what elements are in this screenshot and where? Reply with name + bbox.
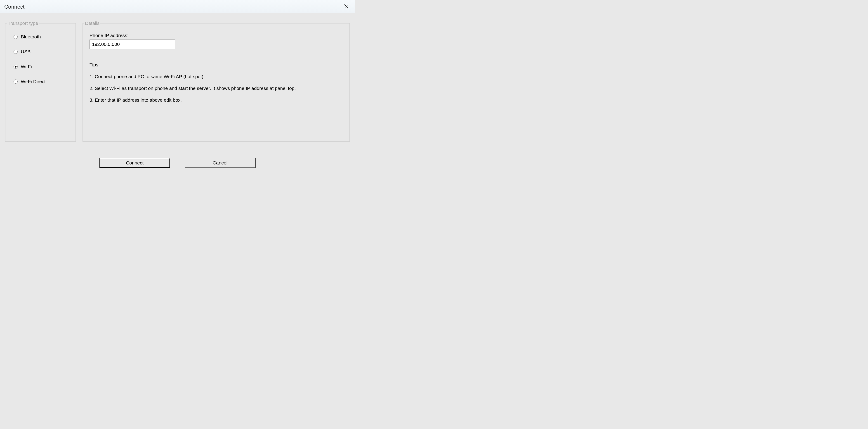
- ip-address-input[interactable]: [90, 39, 175, 49]
- transport-type-group: Transport type Bluetooth USB Wi-Fi Wi-Fi…: [5, 21, 76, 142]
- radio-wifi[interactable]: Wi-Fi: [13, 64, 75, 69]
- cancel-button[interactable]: Cancel: [185, 158, 255, 168]
- tips-header: Tips:: [90, 62, 343, 68]
- radio-icon: [13, 50, 18, 54]
- details-legend: Details: [84, 21, 100, 26]
- tips-list: 1. Connect phone and PC to same Wi-Fi AP…: [90, 74, 343, 103]
- radio-bluetooth[interactable]: Bluetooth: [13, 34, 75, 39]
- dialog-title: Connect: [4, 4, 24, 10]
- details-group: Details Phone IP address: Tips: 1. Conne…: [83, 21, 350, 142]
- radio-label-bluetooth: Bluetooth: [21, 34, 41, 39]
- dialog-body: Transport type Bluetooth USB Wi-Fi Wi-Fi…: [0, 13, 355, 142]
- radio-icon: [13, 35, 18, 39]
- radio-icon: [13, 79, 18, 84]
- radio-icon: [13, 65, 18, 69]
- connect-button[interactable]: Connect: [99, 158, 170, 168]
- tip-2: 2. Select Wi-Fi as transport on phone an…: [90, 86, 343, 91]
- transport-legend: Transport type: [7, 21, 39, 26]
- transport-radio-list: Bluetooth USB Wi-Fi Wi-Fi Direct: [5, 26, 75, 84]
- tip-3: 3. Enter that IP address into above edit…: [90, 97, 343, 103]
- titlebar: Connect: [0, 0, 355, 13]
- tip-1: 1. Connect phone and PC to same Wi-Fi AP…: [90, 74, 343, 79]
- details-content: Phone IP address: Tips: 1. Connect phone…: [83, 26, 349, 103]
- dialog-button-row: Connect Cancel: [0, 158, 355, 168]
- radio-label-wifi-direct: Wi-Fi Direct: [21, 79, 46, 84]
- radio-label-wifi: Wi-Fi: [21, 64, 32, 69]
- radio-usb[interactable]: USB: [13, 49, 75, 55]
- radio-label-usb: USB: [21, 49, 31, 55]
- ip-address-label: Phone IP address:: [90, 33, 343, 38]
- radio-wifi-direct[interactable]: Wi-Fi Direct: [13, 79, 75, 84]
- close-icon: [344, 4, 349, 9]
- connect-dialog: Connect Transport type Bluetooth USB: [0, 0, 355, 175]
- close-button[interactable]: [342, 3, 350, 11]
